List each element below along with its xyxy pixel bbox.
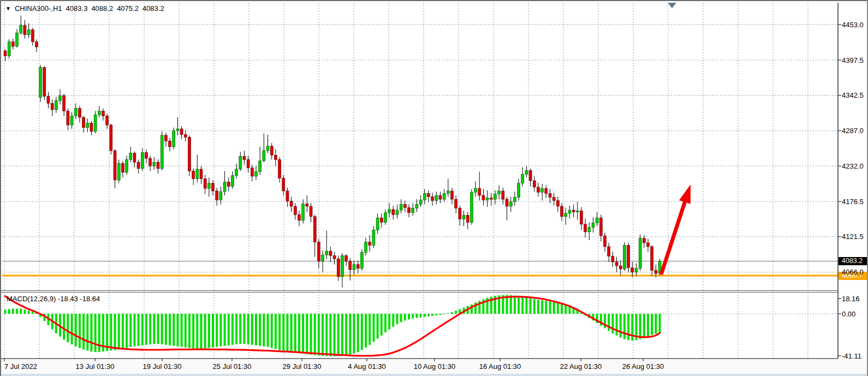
- time-axis-label: 19 Jul 01:30: [143, 362, 182, 371]
- ohlc-low: 4075.2: [117, 4, 139, 13]
- price-axis-label: 4066.0: [842, 268, 864, 276]
- time-axis-label: 25 Jul 01:30: [213, 362, 252, 371]
- candles-series: [4, 16, 661, 288]
- ohlc-open: 4083.3: [66, 4, 88, 13]
- window-bottom-edge: [1, 374, 868, 376]
- pane-separator-bottom: [1, 292, 838, 293]
- macd-axis-label: 0.00: [842, 310, 855, 318]
- time-axis-label: 26 Aug 01:30: [622, 362, 664, 371]
- macd-axis-label: 18.16: [842, 295, 860, 303]
- price-axis-label: 4287.0: [842, 127, 864, 135]
- time-axis-label: 10 Aug 01:30: [414, 362, 456, 371]
- macd-indicator-label: MACD(12,26,9) -18.43 -18.64: [7, 295, 100, 303]
- macd-axis-label: -41.11: [842, 352, 861, 360]
- price-axis-label: 4397.5: [842, 56, 864, 64]
- time-axis-label: 22 Aug 01:30: [560, 362, 602, 371]
- time-axis-label: 7 Jul 2022: [4, 362, 37, 371]
- symbol-period-label: CHINA300-,H1: [15, 4, 62, 13]
- time-axis-label: 13 Jul 01:30: [76, 362, 115, 371]
- chart-title: ▼ CHINA300-,H1 4083.3 4088.2 4075.2 4083…: [5, 4, 164, 13]
- price-axis-label: 4121.5: [842, 232, 864, 241]
- time-axis-label: 4 Aug 01:30: [348, 362, 385, 371]
- price-axis-label: 4453.0: [842, 21, 864, 29]
- candlestick-chart[interactable]: [1, 1, 868, 376]
- ohlc-close: 4083.2: [142, 4, 164, 13]
- time-axis-label: 16 Aug 01:30: [479, 362, 521, 371]
- price-axis-label: 4232.0: [842, 162, 864, 170]
- pane-separator-top[interactable]: [1, 290, 838, 291]
- gridlines: [2, 3, 841, 359]
- chart-window: ▼ CHINA300-,H1 4083.3 4088.2 4075.2 4083…: [0, 0, 868, 376]
- price-axis-label: 4176.5: [842, 198, 864, 206]
- current-price-tag: 4083.2: [839, 257, 868, 265]
- symbol-dropdown-icon[interactable]: ▼: [5, 5, 11, 12]
- price-axis-label: 4342.5: [842, 91, 864, 99]
- time-axis-label: 29 Jul 01:30: [283, 362, 322, 371]
- ohlc-high: 4088.2: [91, 4, 113, 13]
- chart-shift-marker-icon[interactable]: [668, 3, 676, 8]
